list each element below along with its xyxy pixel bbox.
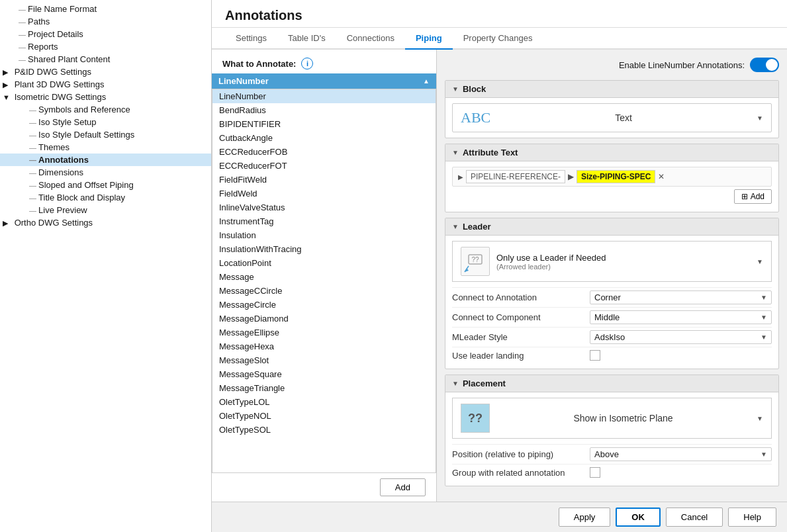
attr-row: ▶ PIPELINE-REFERENCE- ▶ Size-PIPING-SPEC… bbox=[452, 167, 772, 187]
sidebar-item-project-details[interactable]: Project Details bbox=[0, 28, 211, 40]
tab-connections[interactable]: Connections bbox=[336, 28, 405, 50]
sidebar-item-title-block-and-display[interactable]: Title Block and Display bbox=[0, 191, 211, 204]
leader-section-header[interactable]: ▼ Leader bbox=[445, 218, 778, 236]
mleader-style-dropdown[interactable]: AdskIso ▼ bbox=[590, 330, 772, 344]
connect-component-dropdown[interactable]: Middle ▼ bbox=[590, 310, 772, 324]
sidebar-item-live-preview[interactable]: Live Preview bbox=[0, 204, 211, 216]
sidebar-item-sloped-and-offset-piping[interactable]: Sloped and Offset Piping bbox=[0, 179, 211, 191]
list-item[interactable]: InlineValveStatus bbox=[212, 200, 436, 214]
list-scroll-up-icon[interactable]: ▲ bbox=[423, 77, 430, 85]
sidebar-item-dimensions[interactable]: Dimensions bbox=[0, 166, 211, 179]
sidebar-item-shared-plant-content[interactable]: Shared Plant Content bbox=[0, 53, 211, 66]
list-item[interactable]: ECCReducerFOB bbox=[212, 145, 436, 159]
cancel-button[interactable]: Cancel bbox=[666, 508, 723, 527]
main-content: Annotations Settings Table ID's Connecti… bbox=[212, 0, 787, 532]
placement-collapse-icon[interactable]: ▼ bbox=[452, 380, 459, 387]
list-item[interactable]: MessageCircle bbox=[212, 298, 436, 312]
mleader-style-value: AdskIso bbox=[594, 332, 625, 342]
tab-property-changes[interactable]: Property Changes bbox=[453, 28, 543, 50]
sidebar-item-pid-dwg-settings[interactable]: P&ID DWG Settings bbox=[0, 66, 211, 78]
placement-section-title: Placement bbox=[463, 378, 506, 388]
leader-dropdown-arrow-icon[interactable]: ▼ bbox=[757, 258, 763, 265]
sidebar-item-ortho-dwg-settings[interactable]: Ortho DWG Settings bbox=[0, 216, 211, 229]
block-section-header[interactable]: ▼ Block bbox=[445, 81, 778, 98]
enable-label: Enable LineNumber Annotations: bbox=[619, 60, 745, 70]
annotate-list: LineNumber BendRadius BIPIDENTIFIER Cutb… bbox=[212, 89, 436, 473]
list-item[interactable]: MessageTriangle bbox=[212, 381, 436, 395]
list-item[interactable]: MessageCCircle bbox=[212, 284, 436, 298]
list-add-button[interactable]: Add bbox=[380, 478, 426, 496]
list-item[interactable]: MessageEllipse bbox=[212, 326, 436, 339]
list-item[interactable]: Message bbox=[212, 270, 436, 284]
size-piping-spec-tag[interactable]: Size-PIPING-SPEC bbox=[577, 170, 655, 183]
sidebar-item-paths[interactable]: Paths bbox=[0, 15, 211, 28]
list-item[interactable]: LocationPoint bbox=[212, 256, 436, 270]
ok-button[interactable]: OK bbox=[616, 508, 661, 527]
placement-main-text: Show in Isometric Plane bbox=[496, 413, 750, 423]
connect-component-arrow-icon: ▼ bbox=[761, 314, 767, 321]
list-item[interactable]: MessageHexa bbox=[212, 339, 436, 353]
list-item[interactable]: CutbackAngle bbox=[212, 131, 436, 145]
list-item[interactable]: LineNumber bbox=[212, 89, 436, 103]
block-abc-text: ABC bbox=[461, 109, 490, 126]
sidebar-item-iso-style-setup[interactable]: Iso Style Setup bbox=[0, 116, 211, 128]
attr-add-button[interactable]: ⊞ Add bbox=[734, 189, 772, 204]
list-item[interactable]: MessageSquare bbox=[212, 367, 436, 381]
list-item[interactable]: InstrumentTag bbox=[212, 214, 436, 228]
content-area: What to Annotate: i LineNumber ▲ LineNum… bbox=[212, 50, 787, 502]
connect-component-label: Connect to Component bbox=[452, 312, 584, 322]
tab-piping[interactable]: Piping bbox=[405, 28, 453, 50]
list-item[interactable]: BendRadius bbox=[212, 103, 436, 117]
block-collapse-icon[interactable]: ▼ bbox=[452, 85, 459, 93]
list-item[interactable]: Insulation bbox=[212, 228, 436, 242]
list-item[interactable]: ECCReducerFOT bbox=[212, 159, 436, 173]
block-dropdown-arrow-icon[interactable]: ▼ bbox=[757, 114, 763, 122]
list-item[interactable]: OletTypeNOL bbox=[212, 409, 436, 423]
attr-expand-icon[interactable]: ▶ bbox=[458, 173, 463, 181]
placement-dropdown-arrow-icon[interactable]: ▼ bbox=[757, 415, 763, 422]
sidebar-item-themes[interactable]: Themes bbox=[0, 141, 211, 154]
iso-expand-icon[interactable] bbox=[3, 93, 12, 101]
position-label: Position (relative to piping) bbox=[452, 449, 584, 459]
sidebar-item-reports[interactable]: Reports bbox=[0, 40, 211, 53]
list-item[interactable]: OletTypeSOL bbox=[212, 423, 436, 437]
group-checkbox[interactable] bbox=[590, 467, 600, 478]
position-dropdown[interactable]: Above ▼ bbox=[590, 447, 772, 461]
sidebar-item-plant-3d-dwg-settings[interactable]: Plant 3D DWG Settings bbox=[0, 78, 211, 91]
annotate-list-header: LineNumber ▲ bbox=[212, 73, 436, 89]
apply-button[interactable]: Apply bbox=[559, 508, 611, 527]
list-item[interactable]: MessageSlot bbox=[212, 353, 436, 367]
attribute-text-section-header[interactable]: ▼ Attribute Text bbox=[445, 144, 778, 161]
pid-expand-icon[interactable] bbox=[3, 68, 12, 77]
attr-close-icon[interactable]: ✕ bbox=[658, 172, 665, 181]
sidebar-item-symbols-and-reference[interactable]: Symbols and Reference bbox=[0, 103, 211, 116]
sidebar-item-isometric-dwg-settings[interactable]: Isometric DWG Settings bbox=[0, 91, 211, 103]
leader-main-text: Only use a Leader if Needed bbox=[496, 253, 750, 263]
placement-section-header[interactable]: ▼ Placement bbox=[445, 375, 778, 392]
list-item[interactable]: MessageDiamond bbox=[212, 312, 436, 326]
sidebar-item-file-name-format[interactable]: File Name Format bbox=[0, 3, 211, 15]
tab-table-ids[interactable]: Table ID's bbox=[277, 28, 336, 50]
list-item[interactable]: FieldFitWeld bbox=[212, 173, 436, 187]
attr-collapse-icon[interactable]: ▼ bbox=[452, 149, 459, 156]
position-value: Above bbox=[594, 449, 619, 459]
plant3d-expand-icon[interactable] bbox=[3, 81, 12, 89]
connect-annotation-dropdown[interactable]: Corner ▼ bbox=[590, 290, 772, 304]
left-panel: What to Annotate: i LineNumber ▲ LineNum… bbox=[212, 50, 437, 502]
help-button[interactable]: Help bbox=[728, 508, 776, 527]
toggle-knob bbox=[766, 59, 778, 71]
leader-landing-checkbox[interactable] bbox=[590, 350, 600, 361]
connect-annotation-value: Corner bbox=[594, 292, 621, 302]
list-item[interactable]: InsulationWithTracing bbox=[212, 242, 436, 256]
tab-settings[interactable]: Settings bbox=[225, 28, 277, 50]
sidebar-item-iso-style-default-settings[interactable]: Iso Style Default Settings bbox=[0, 128, 211, 141]
mleader-style-label: MLeader Style bbox=[452, 332, 584, 342]
ortho-expand-icon[interactable] bbox=[3, 219, 12, 228]
enable-toggle[interactable] bbox=[750, 58, 779, 72]
list-item[interactable]: OletTypeLOL bbox=[212, 395, 436, 409]
list-item[interactable]: BIPIDENTIFIER bbox=[212, 117, 436, 131]
sidebar-item-annotations[interactable]: Annotations bbox=[0, 154, 211, 166]
info-icon[interactable]: i bbox=[301, 58, 313, 69]
leader-collapse-icon[interactable]: ▼ bbox=[452, 223, 459, 230]
list-item[interactable]: FieldWeld bbox=[212, 187, 436, 200]
